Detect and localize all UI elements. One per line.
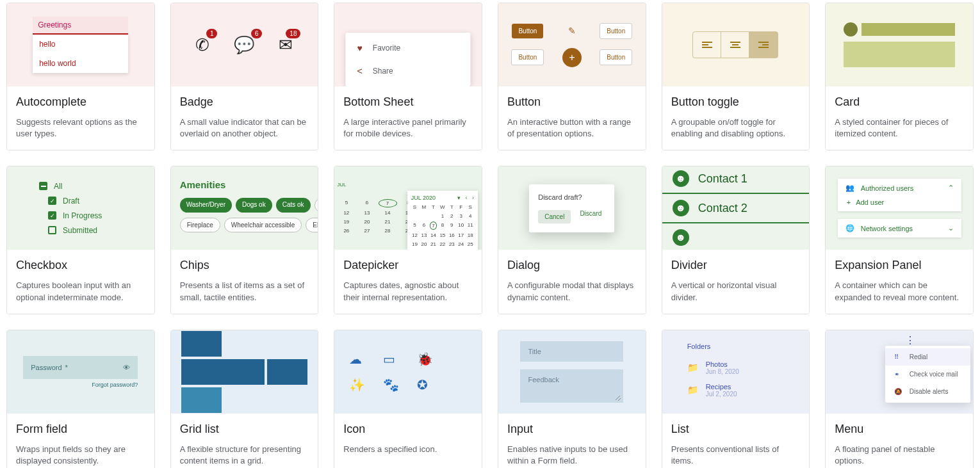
forgot-password-link: Forgot password? [92,382,138,388]
more-vert-icon: ⋮ [905,334,915,346]
pencil-icon: ✎ [568,26,576,36]
dialog-discard-button: Discard [580,210,601,223]
folder-icon: 📁 [687,362,698,373]
chevron-down-icon: ⌄ [948,224,954,232]
phone-icon: ✆1 [195,35,209,55]
button-outline: Button [600,23,632,39]
heart-icon: ♥ [357,43,363,53]
share-icon: < [357,66,363,76]
cast-icon: ▭ [383,351,399,367]
card-badge[interactable]: ✆1 💬6 ✉18 BadgeA small value indicator t… [170,3,319,150]
chat-icon: 💬6 [234,35,254,55]
checkbox-empty-icon [48,226,56,234]
checkbox-indeterminate-icon [39,182,47,190]
bug-icon: 🐞 [417,351,433,367]
person-icon: ☻ [673,170,689,187]
voicemail-icon: ⚭ [894,371,902,378]
globe-icon: 🌐 [845,224,854,232]
card-gridlist[interactable]: Grid listA flexible structure for presen… [170,330,319,468]
feedback-textarea: Feedback [520,369,623,403]
menu-panel: ⠿Redial ⚭Check voice mail 🔕Disable alert… [885,346,970,403]
checkbox-checked-icon: ✓ [48,197,56,205]
toggle-group [692,31,778,58]
button-raised: Button [512,24,543,38]
chevron-up-icon: ⌃ [948,184,954,192]
avatar-icon [844,22,858,36]
password-field: Password *👁 [23,356,138,379]
card-button[interactable]: Button ✎ Button Button + Button ButtonAn… [498,3,646,150]
card-chips[interactable]: Amenities Washer/Dryer Dogs ok Cats ok K… [170,166,319,314]
grid-preview [181,331,308,413]
autocomplete-input: Greetings [33,17,128,35]
preview-autocomplete: Greetings hello hello world [7,3,154,86]
dialog-cancel-button: Cancel [538,210,571,223]
sparkle-icon: ✨ [349,377,365,392]
align-center-icon [721,32,749,58]
dialpad-icon: ⠿ [894,353,902,360]
pets-icon: 🐾 [383,377,399,392]
card-desc: Suggests relevant options as the user ty… [16,117,145,140]
card-input[interactable]: Title Feedback InputEnables native input… [498,330,646,468]
card-title: Autocomplete [16,95,145,109]
preview-badge: ✆1 💬6 ✉18 [171,3,318,86]
people-icon: 👥 [845,184,854,192]
card-checkbox[interactable]: All ✓Draft ✓In Progress Submitted Checkb… [6,166,155,314]
bottom-sheet-panel: ♥Favorite <Share [346,33,471,86]
align-right-icon [749,32,778,58]
card-formfield[interactable]: Password *👁 Forgot password? Form fieldW… [6,330,155,468]
notifications-off-icon: 🔕 [894,388,902,395]
card-dialog[interactable]: Discard draft? Cancel Discard DialogA co… [498,166,646,314]
verified-icon: ✪ [417,377,433,392]
card-autocomplete[interactable]: Greetings hello hello world Autocomplete… [6,3,155,150]
title-input: Title [520,341,623,362]
visibility-off-icon: 👁 [123,364,130,371]
card-datepicker[interactable]: JUL 1234 567891011 12131415161718 192021… [334,166,482,314]
card-buttontoggle[interactable]: Button toggleA groupable on/off toggle f… [662,3,810,150]
dialog-panel: Discard draft? Cancel Discard [529,184,614,232]
component-grid: Greetings hello hello world Autocomplete… [6,3,974,468]
card-divider[interactable]: ☻Contact 1 ☻Contact 2 ☻ DividerA vertica… [662,166,810,314]
card-bottomsheet[interactable]: ♥Favorite <Share Bottom SheetA large int… [334,3,482,150]
cloud-upload-icon: ☁ [349,351,365,367]
align-left-icon [693,32,721,58]
plus-icon: + [847,198,851,206]
mail-icon: ✉18 [279,35,293,55]
fab-icon: + [562,48,582,67]
card-icon[interactable]: ☁ ▭ 🐞 ✨ 🐾 ✪ IconRenders a specified icon… [334,330,482,468]
card-expansion[interactable]: 👥Authorized users⌃ +Add user 🌐Network se… [825,166,974,314]
card-menu[interactable]: ⋮ ⠿Redial ⚭Check voice mail 🔕Disable ale… [825,330,974,468]
card-list[interactable]: Folders 📁PhotosJun 8, 2020 📁RecipesJul 2… [662,330,810,468]
card-card[interactable]: CardA styled container for pieces of ite… [825,3,974,150]
